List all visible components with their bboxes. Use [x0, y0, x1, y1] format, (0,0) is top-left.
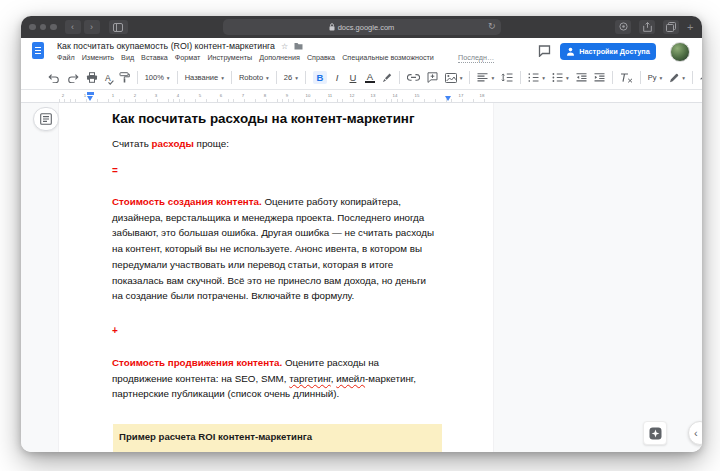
- browser-share-button[interactable]: [639, 20, 655, 34]
- last-edit-link[interactable]: Последн…: [458, 53, 494, 63]
- ruler-mark: 7: [242, 93, 244, 97]
- toolbar-divider: [640, 71, 641, 84]
- document-page[interactable]: Как посчитать расходы на контент-маркети…: [59, 103, 493, 452]
- redo-button[interactable]: [67, 73, 79, 83]
- menu-item[interactable]: Справка: [307, 53, 335, 62]
- align-left-icon: [477, 73, 488, 82]
- browser-window: ‹ › docs.google.com ↻ + Как посчитать о: [21, 16, 702, 452]
- toolbar-divider: [612, 71, 613, 84]
- add-comment-button[interactable]: [427, 72, 438, 83]
- plus-symbol[interactable]: +: [112, 325, 118, 336]
- check-icon: [108, 80, 114, 85]
- doc-heading[interactable]: Как посчитать расходы на контент-маркети…: [112, 111, 452, 126]
- right-indent-marker[interactable]: [445, 96, 451, 101]
- show-side-panel-button[interactable]: ‹: [688, 421, 702, 445]
- input-tools-button[interactable]: Ру▾: [648, 73, 663, 82]
- doc-paragraph-intro[interactable]: Считать расходы проще:: [112, 136, 438, 152]
- document-outline-icon: [40, 113, 52, 125]
- numbered-list-button[interactable]: ▾: [528, 73, 545, 82]
- example-title: Пример расчета ROI контент-маркетинга: [119, 431, 312, 442]
- chevron-down-icon: ▾: [167, 75, 170, 81]
- insert-link-button[interactable]: [407, 74, 420, 81]
- window-minimize-button[interactable]: [40, 24, 47, 31]
- new-tab-button[interactable]: +: [687, 21, 697, 33]
- left-indent-marker[interactable]: [87, 96, 93, 101]
- google-docs-icon[interactable]: [32, 42, 44, 59]
- chevron-down-icon: ▾: [295, 75, 298, 81]
- user-avatar[interactable]: [670, 42, 690, 62]
- reload-icon[interactable]: ↻: [488, 21, 496, 31]
- comments-button[interactable]: [538, 45, 551, 57]
- explore-icon: [649, 427, 662, 440]
- intro-highlight-red: расходы: [151, 138, 193, 149]
- menu-item[interactable]: Файл: [57, 53, 75, 62]
- ruler-mark: 13: [371, 93, 376, 97]
- promotion-cost-lead: Стоимость продвижения контента.: [112, 357, 282, 368]
- bulleted-list-button[interactable]: ▾: [552, 73, 569, 82]
- toolbar-divider: [231, 71, 232, 84]
- tab-overview-icon: [666, 22, 676, 32]
- ruler-mark: 11: [328, 93, 332, 97]
- first-line-indent-marker[interactable]: [87, 92, 94, 95]
- italic-button[interactable]: I: [334, 73, 341, 83]
- browser-back-button[interactable]: ‹: [65, 20, 81, 34]
- menu-item[interactable]: Вид: [121, 53, 134, 62]
- window-zoom-button[interactable]: [50, 24, 57, 31]
- extensions-icon: [619, 22, 628, 31]
- explore-button[interactable]: [643, 421, 667, 445]
- chevron-down-icon: ▾: [566, 75, 569, 81]
- ruler[interactable]: 211234567891011121314151718: [21, 90, 702, 103]
- line-spacing-button[interactable]: [501, 73, 513, 82]
- decrease-indent-button[interactable]: [576, 73, 587, 82]
- underline-button[interactable]: U: [347, 73, 358, 83]
- share-settings-button[interactable]: Настройки Доступа: [560, 43, 656, 60]
- collapse-toolbar-button[interactable]: [700, 75, 702, 80]
- increase-indent-button[interactable]: [594, 73, 605, 82]
- zoom-select[interactable]: 100%▾: [145, 73, 170, 82]
- menu-item[interactable]: Формат: [175, 53, 201, 62]
- bold-button[interactable]: B: [313, 71, 327, 85]
- editing-mode-button[interactable]: ▾: [669, 73, 685, 83]
- toolbar-divider: [520, 71, 521, 84]
- browser-forward-button[interactable]: ›: [84, 20, 100, 34]
- chevron-down-icon: ▾: [266, 75, 269, 81]
- paragraph-style-select[interactable]: Название▾: [185, 73, 224, 82]
- doc-paragraph-creation-cost[interactable]: Стоимость создания контента. Оцените раб…: [112, 194, 438, 304]
- spellcheck-button[interactable]: A: [105, 73, 112, 83]
- ruler-mark: 18: [480, 93, 485, 97]
- ruler-mark: 17: [459, 93, 464, 97]
- ruler-mark: 1: [112, 93, 114, 97]
- menu-item[interactable]: Вставка: [141, 53, 168, 62]
- toolbar-divider: [137, 71, 138, 84]
- browser-sidebar-button[interactable]: [109, 20, 128, 34]
- font-size-select[interactable]: 26▾: [284, 73, 298, 82]
- menu-item[interactable]: Специальные возможности: [342, 53, 434, 62]
- menu-item[interactable]: Дополнения: [259, 53, 300, 62]
- window-close-button[interactable]: [29, 24, 36, 31]
- doc-paragraph-promotion-cost[interactable]: Стоимость продвижения контента. Оцените …: [112, 355, 438, 402]
- menu-item[interactable]: Изменить: [82, 53, 114, 62]
- align-button[interactable]: ▾: [477, 73, 494, 82]
- insert-image-button[interactable]: ▾: [445, 73, 463, 83]
- menu-item[interactable]: Инструменты: [207, 53, 252, 62]
- highlight-color-button[interactable]: [382, 72, 392, 83]
- undo-button[interactable]: [48, 73, 60, 83]
- intro-text: проще:: [194, 138, 229, 149]
- address-bar[interactable]: docs.google.com ↻: [223, 19, 501, 35]
- show-outline-button[interactable]: [33, 107, 59, 131]
- document-title[interactable]: Как посчитать окупаемость (ROI) контент-…: [57, 41, 275, 51]
- example-table-cell[interactable]: Пример расчета ROI контент-маркетинга: [113, 424, 442, 452]
- indent-icon: [594, 73, 605, 82]
- print-button[interactable]: [86, 72, 98, 83]
- clear-formatting-button[interactable]: [620, 73, 633, 83]
- star-icon[interactable]: ☆: [281, 42, 288, 51]
- ruler-mark: 12: [350, 93, 355, 97]
- browser-extensions-button[interactable]: [615, 20, 631, 34]
- move-folder-icon[interactable]: [294, 42, 303, 50]
- font-select[interactable]: Roboto▾: [239, 73, 269, 82]
- paint-format-button[interactable]: [119, 72, 130, 83]
- browser-tabs-button[interactable]: [663, 20, 679, 34]
- equals-symbol[interactable]: =: [112, 165, 118, 176]
- text-color-button[interactable]: A: [365, 72, 374, 84]
- url-text: docs.google.com: [338, 23, 395, 32]
